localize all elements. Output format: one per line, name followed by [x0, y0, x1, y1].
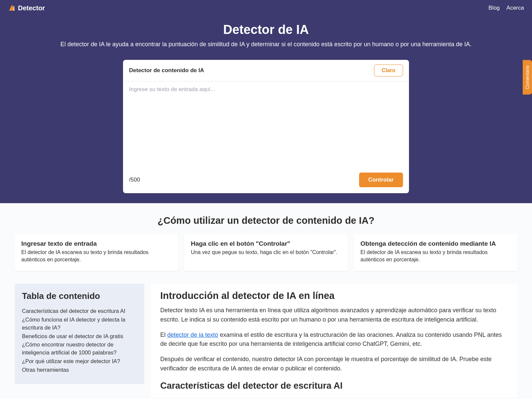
- svg-rect-0: [14, 6, 14, 11]
- article-paragraph: Después de verificar el contenido, nuest…: [160, 355, 508, 373]
- article-paragraph: Detector texto IA es una herramienta en …: [160, 306, 508, 325]
- toc-item[interactable]: ¿Por qué utilizar este mejor detector IA…: [22, 357, 137, 365]
- nav-blog[interactable]: Blog: [488, 5, 500, 11]
- toc-item[interactable]: Otras herramientas: [22, 366, 137, 374]
- howto-title: ¿Cómo utilizar un detector de contenido …: [15, 215, 517, 226]
- card-title: Detector de contenido de IA: [129, 67, 204, 74]
- detector-card: Detector de contenido de IA Claro /500 C…: [123, 60, 409, 193]
- step-title: Obtenga detección de contenido mediante …: [360, 240, 511, 247]
- article-paragraph: El detector de ia texto examina el estil…: [160, 331, 508, 349]
- article-heading: Introducción al detector de IA en línea: [160, 290, 508, 301]
- card-footer: /500 Controlar: [123, 169, 409, 193]
- toc-item[interactable]: Características del detector de escritur…: [22, 307, 137, 315]
- toc-item[interactable]: ¿Cómo funciona el IA detector y detecta …: [22, 316, 137, 332]
- steps-row: Ingresar texto de entrada El detector de…: [15, 234, 517, 271]
- table-of-contents: Tabla de contenido Características del d…: [15, 284, 144, 384]
- text-input[interactable]: [129, 86, 403, 163]
- nav: Blog Acerca: [488, 5, 524, 11]
- feedback-tab[interactable]: Comentario: [523, 60, 532, 94]
- hero-section: Detector Blog Acerca Detector de IA El d…: [0, 0, 532, 203]
- word-counter: /500: [129, 177, 140, 183]
- toc-item[interactable]: Beneficios de usar el detector de IA gra…: [22, 332, 137, 340]
- main-content: Tabla de contenido Características del d…: [7, 284, 525, 399]
- step-desc: El detector de IA escanea su texto y bri…: [21, 249, 172, 264]
- toc-title: Tabla de contenido: [22, 291, 137, 301]
- page-subtitle: El detector de IA le ayuda a encontrar l…: [0, 41, 532, 48]
- logo-icon: [8, 4, 16, 12]
- nav-about[interactable]: Acerca: [506, 5, 524, 11]
- step-desc: Una vez que pegue su texto, haga clic en…: [191, 249, 341, 256]
- step-card: Haga clic en el botón "Controlar" Una ve…: [184, 234, 348, 271]
- step-card: Obtenga detección de contenido mediante …: [354, 234, 517, 271]
- step-desc: El detector de IA escanea su texto y bri…: [360, 249, 511, 264]
- howto-section: ¿Cómo utilizar un detector de contenido …: [7, 203, 525, 278]
- step-card: Ingresar texto de entrada El detector de…: [15, 234, 178, 271]
- card-header: Detector de contenido de IA Claro: [123, 60, 409, 81]
- inline-link-detector[interactable]: detector de ia texto: [167, 332, 218, 338]
- step-title: Haga clic en el botón "Controlar": [191, 240, 341, 247]
- topbar: Detector Blog Acerca: [0, 0, 532, 16]
- logo[interactable]: Detector: [8, 4, 45, 12]
- article-subheading: Características del detector de escritur…: [160, 381, 508, 391]
- article: Introducción al detector de IA en línea …: [151, 284, 517, 398]
- check-button[interactable]: Controlar: [359, 173, 403, 187]
- step-title: Ingresar texto de entrada: [21, 240, 172, 247]
- page-title: Detector de IA: [0, 23, 532, 37]
- toc-item[interactable]: ¿Cómo encontrar nuestro detector de inte…: [22, 341, 137, 357]
- clear-button[interactable]: Claro: [374, 65, 403, 76]
- logo-text: Detector: [18, 4, 45, 12]
